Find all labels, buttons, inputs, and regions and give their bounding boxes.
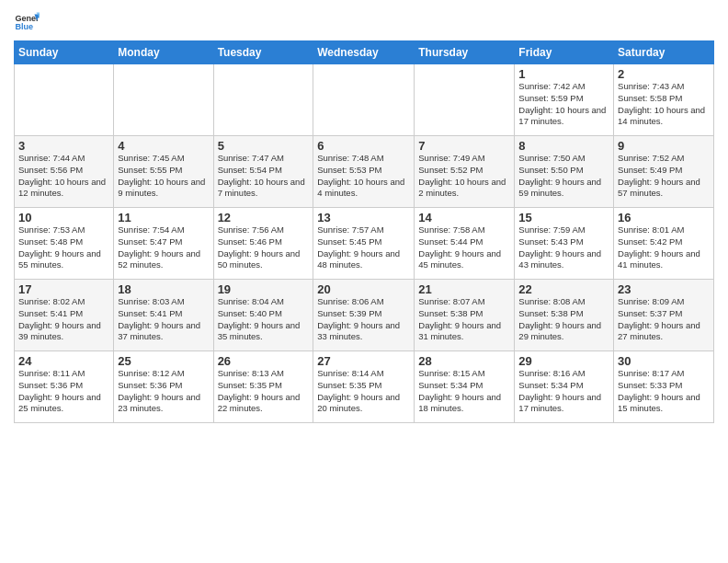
header: General Blue xyxy=(14,9,714,35)
day-number: 1 xyxy=(518,67,609,81)
calendar-cell: 22Sunrise: 8:08 AM Sunset: 5:38 PM Dayli… xyxy=(515,280,614,351)
day-number: 12 xyxy=(218,211,310,224)
calendar-cell: 16Sunrise: 8:01 AM Sunset: 5:42 PM Dayli… xyxy=(614,208,714,280)
day-info: Sunrise: 7:43 AM Sunset: 5:58 PM Dayligh… xyxy=(618,81,710,128)
day-number: 28 xyxy=(418,354,510,368)
calendar-cell xyxy=(114,64,213,136)
page-container: General Blue SundayMondayTuesdayWednesda… xyxy=(0,0,728,428)
day-number: 10 xyxy=(18,211,109,224)
calendar-cell: 27Sunrise: 8:14 AM Sunset: 5:35 PM Dayli… xyxy=(313,351,415,423)
day-number: 2 xyxy=(618,67,710,81)
day-info: Sunrise: 7:48 AM Sunset: 5:53 PM Dayligh… xyxy=(317,153,410,200)
day-number: 21 xyxy=(418,282,510,296)
calendar-cell: 20Sunrise: 8:06 AM Sunset: 5:39 PM Dayli… xyxy=(313,280,415,351)
calendar-cell: 7Sunrise: 7:49 AM Sunset: 5:52 PM Daylig… xyxy=(415,136,515,208)
day-number: 18 xyxy=(118,282,209,296)
calendar-cell: 26Sunrise: 8:13 AM Sunset: 5:35 PM Dayli… xyxy=(213,351,313,423)
day-number: 19 xyxy=(218,282,310,296)
calendar-cell xyxy=(213,64,313,136)
calendar-cell: 6Sunrise: 7:48 AM Sunset: 5:53 PM Daylig… xyxy=(313,136,415,208)
day-info: Sunrise: 7:47 AM Sunset: 5:54 PM Dayligh… xyxy=(218,153,310,200)
logo-icon: General Blue xyxy=(14,9,40,35)
day-info: Sunrise: 8:15 AM Sunset: 5:34 PM Dayligh… xyxy=(418,368,510,415)
calendar-week-4: 24Sunrise: 8:11 AM Sunset: 5:36 PM Dayli… xyxy=(15,351,714,423)
calendar-header-friday: Friday xyxy=(515,41,614,64)
calendar-cell xyxy=(15,64,114,136)
calendar-week-2: 10Sunrise: 7:53 AM Sunset: 5:48 PM Dayli… xyxy=(15,208,714,280)
calendar-cell: 15Sunrise: 7:59 AM Sunset: 5:43 PM Dayli… xyxy=(515,208,614,280)
calendar-cell: 4Sunrise: 7:45 AM Sunset: 5:55 PM Daylig… xyxy=(114,136,213,208)
day-info: Sunrise: 7:57 AM Sunset: 5:45 PM Dayligh… xyxy=(317,224,410,271)
day-info: Sunrise: 8:16 AM Sunset: 5:34 PM Dayligh… xyxy=(518,368,609,415)
calendar-cell: 11Sunrise: 7:54 AM Sunset: 5:47 PM Dayli… xyxy=(114,208,213,280)
calendar-cell: 21Sunrise: 8:07 AM Sunset: 5:38 PM Dayli… xyxy=(415,280,515,351)
calendar-body: 1Sunrise: 7:42 AM Sunset: 5:59 PM Daylig… xyxy=(15,64,714,423)
day-number: 16 xyxy=(618,211,710,224)
calendar-cell: 30Sunrise: 8:17 AM Sunset: 5:33 PM Dayli… xyxy=(614,351,714,423)
day-number: 22 xyxy=(518,282,609,296)
calendar-cell: 10Sunrise: 7:53 AM Sunset: 5:48 PM Dayli… xyxy=(15,208,114,280)
calendar-cell: 12Sunrise: 7:56 AM Sunset: 5:46 PM Dayli… xyxy=(213,208,313,280)
day-info: Sunrise: 7:44 AM Sunset: 5:56 PM Dayligh… xyxy=(18,153,109,200)
day-number: 23 xyxy=(618,282,710,296)
day-info: Sunrise: 8:02 AM Sunset: 5:41 PM Dayligh… xyxy=(18,296,109,343)
calendar-cell: 5Sunrise: 7:47 AM Sunset: 5:54 PM Daylig… xyxy=(213,136,313,208)
day-info: Sunrise: 8:04 AM Sunset: 5:40 PM Dayligh… xyxy=(218,296,310,343)
calendar-week-3: 17Sunrise: 8:02 AM Sunset: 5:41 PM Dayli… xyxy=(15,280,714,351)
day-number: 3 xyxy=(18,139,109,153)
svg-text:Blue: Blue xyxy=(15,22,33,31)
day-number: 13 xyxy=(317,211,410,224)
day-number: 11 xyxy=(118,211,209,224)
calendar-cell: 3Sunrise: 7:44 AM Sunset: 5:56 PM Daylig… xyxy=(15,136,114,208)
day-number: 29 xyxy=(518,354,609,368)
day-info: Sunrise: 8:17 AM Sunset: 5:33 PM Dayligh… xyxy=(618,368,710,415)
calendar-cell: 23Sunrise: 8:09 AM Sunset: 5:37 PM Dayli… xyxy=(614,280,714,351)
calendar-header-saturday: Saturday xyxy=(614,41,714,64)
calendar-header-thursday: Thursday xyxy=(415,41,515,64)
day-info: Sunrise: 8:07 AM Sunset: 5:38 PM Dayligh… xyxy=(418,296,510,343)
day-info: Sunrise: 8:06 AM Sunset: 5:39 PM Dayligh… xyxy=(317,296,410,343)
day-number: 15 xyxy=(518,211,609,224)
day-number: 26 xyxy=(218,354,310,368)
day-info: Sunrise: 8:01 AM Sunset: 5:42 PM Dayligh… xyxy=(618,224,710,271)
calendar-cell xyxy=(415,64,515,136)
day-info: Sunrise: 8:11 AM Sunset: 5:36 PM Dayligh… xyxy=(18,368,109,415)
day-info: Sunrise: 7:54 AM Sunset: 5:47 PM Dayligh… xyxy=(118,224,209,271)
day-info: Sunrise: 7:58 AM Sunset: 5:44 PM Dayligh… xyxy=(418,224,510,271)
day-info: Sunrise: 8:14 AM Sunset: 5:35 PM Dayligh… xyxy=(317,368,410,415)
day-number: 4 xyxy=(118,139,209,153)
calendar-header-wednesday: Wednesday xyxy=(313,41,415,64)
calendar-cell: 14Sunrise: 7:58 AM Sunset: 5:44 PM Dayli… xyxy=(415,208,515,280)
day-info: Sunrise: 8:03 AM Sunset: 5:41 PM Dayligh… xyxy=(118,296,209,343)
day-info: Sunrise: 7:52 AM Sunset: 5:49 PM Dayligh… xyxy=(618,153,710,200)
calendar-cell: 28Sunrise: 8:15 AM Sunset: 5:34 PM Dayli… xyxy=(415,351,515,423)
day-info: Sunrise: 8:08 AM Sunset: 5:38 PM Dayligh… xyxy=(518,296,609,343)
day-info: Sunrise: 7:45 AM Sunset: 5:55 PM Dayligh… xyxy=(118,153,209,200)
day-number: 5 xyxy=(218,139,310,153)
calendar-header-sunday: Sunday xyxy=(15,41,114,64)
day-number: 8 xyxy=(518,139,609,153)
calendar-week-1: 3Sunrise: 7:44 AM Sunset: 5:56 PM Daylig… xyxy=(15,136,714,208)
day-number: 20 xyxy=(317,282,410,296)
day-number: 9 xyxy=(618,139,710,153)
day-number: 30 xyxy=(618,354,710,368)
calendar-cell: 2Sunrise: 7:43 AM Sunset: 5:58 PM Daylig… xyxy=(614,64,714,136)
calendar-cell: 17Sunrise: 8:02 AM Sunset: 5:41 PM Dayli… xyxy=(15,280,114,351)
day-number: 17 xyxy=(18,282,109,296)
day-number: 6 xyxy=(317,139,410,153)
calendar-cell: 19Sunrise: 8:04 AM Sunset: 5:40 PM Dayli… xyxy=(213,280,313,351)
day-info: Sunrise: 7:59 AM Sunset: 5:43 PM Dayligh… xyxy=(518,224,609,271)
day-number: 27 xyxy=(317,354,410,368)
day-info: Sunrise: 7:42 AM Sunset: 5:59 PM Dayligh… xyxy=(518,81,609,128)
calendar-cell: 1Sunrise: 7:42 AM Sunset: 5:59 PM Daylig… xyxy=(515,64,614,136)
day-info: Sunrise: 7:53 AM Sunset: 5:48 PM Dayligh… xyxy=(18,224,109,271)
calendar-cell: 8Sunrise: 7:50 AM Sunset: 5:50 PM Daylig… xyxy=(515,136,614,208)
day-number: 7 xyxy=(418,139,510,153)
calendar-cell: 25Sunrise: 8:12 AM Sunset: 5:36 PM Dayli… xyxy=(114,351,213,423)
calendar-cell: 18Sunrise: 8:03 AM Sunset: 5:41 PM Dayli… xyxy=(114,280,213,351)
day-number: 24 xyxy=(18,354,109,368)
day-info: Sunrise: 7:49 AM Sunset: 5:52 PM Dayligh… xyxy=(418,153,510,200)
day-info: Sunrise: 8:13 AM Sunset: 5:35 PM Dayligh… xyxy=(218,368,310,415)
day-info: Sunrise: 7:50 AM Sunset: 5:50 PM Dayligh… xyxy=(518,153,609,200)
calendar-header-row: SundayMondayTuesdayWednesdayThursdayFrid… xyxy=(15,41,714,64)
